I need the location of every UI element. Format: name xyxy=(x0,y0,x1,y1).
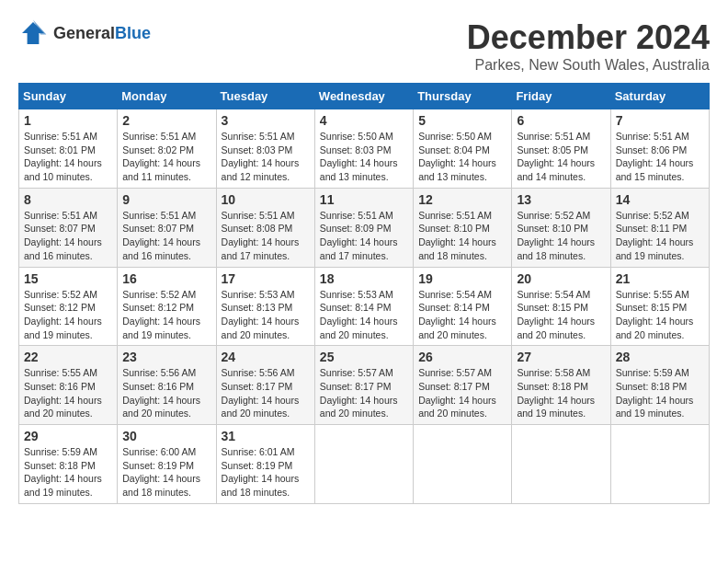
day-info: Sunrise: 5:50 AM Sunset: 8:04 PM Dayligh… xyxy=(418,130,506,184)
day-number: 5 xyxy=(418,113,506,128)
title-block: December 2024 Parkes, New South Wales, A… xyxy=(467,18,710,74)
calendar-body: 1 Sunrise: 5:51 AM Sunset: 8:01 PM Dayli… xyxy=(19,109,710,504)
calendar-cell: 15 Sunrise: 5:52 AM Sunset: 8:12 PM Dayl… xyxy=(19,267,118,346)
day-info: Sunrise: 5:51 AM Sunset: 8:07 PM Dayligh… xyxy=(24,209,112,263)
calendar-week-2: 8 Sunrise: 5:51 AM Sunset: 8:07 PM Dayli… xyxy=(19,188,710,267)
day-info: Sunrise: 5:52 AM Sunset: 8:10 PM Dayligh… xyxy=(517,209,605,263)
calendar-header-row: SundayMondayTuesdayWednesdayThursdayFrid… xyxy=(19,84,710,109)
day-info: Sunrise: 5:52 AM Sunset: 8:12 PM Dayligh… xyxy=(122,288,210,342)
day-info: Sunrise: 5:51 AM Sunset: 8:06 PM Dayligh… xyxy=(616,130,704,184)
calendar-cell: 30 Sunrise: 6:00 AM Sunset: 8:19 PM Dayl… xyxy=(118,425,216,504)
day-number: 19 xyxy=(418,271,506,286)
day-number: 10 xyxy=(222,192,310,207)
day-number: 14 xyxy=(616,192,704,207)
day-info: Sunrise: 5:57 AM Sunset: 8:17 PM Dayligh… xyxy=(320,366,408,420)
day-info: Sunrise: 5:56 AM Sunset: 8:17 PM Dayligh… xyxy=(222,366,310,420)
day-info: Sunrise: 5:51 AM Sunset: 8:07 PM Dayligh… xyxy=(122,209,210,263)
calendar-week-1: 1 Sunrise: 5:51 AM Sunset: 8:01 PM Dayli… xyxy=(19,109,710,189)
calendar-cell: 10 Sunrise: 5:51 AM Sunset: 8:08 PM Dayl… xyxy=(216,188,314,267)
day-number: 7 xyxy=(616,113,704,128)
calendar-cell: 2 Sunrise: 5:51 AM Sunset: 8:02 PM Dayli… xyxy=(118,109,216,189)
day-info: Sunrise: 5:54 AM Sunset: 8:15 PM Dayligh… xyxy=(517,288,605,342)
day-number: 23 xyxy=(122,350,210,364)
day-info: Sunrise: 5:51 AM Sunset: 8:10 PM Dayligh… xyxy=(418,209,506,263)
day-info: Sunrise: 5:54 AM Sunset: 8:14 PM Dayligh… xyxy=(418,288,506,342)
calendar-cell: 28 Sunrise: 5:59 AM Sunset: 8:18 PM Dayl… xyxy=(610,346,709,425)
calendar-header-monday: Monday xyxy=(118,84,216,109)
location-title: Parkes, New South Wales, Australia xyxy=(467,57,710,74)
day-number: 26 xyxy=(418,350,506,364)
day-info: Sunrise: 5:52 AM Sunset: 8:11 PM Dayligh… xyxy=(616,209,704,263)
calendar-cell: 27 Sunrise: 5:58 AM Sunset: 8:18 PM Dayl… xyxy=(512,346,610,425)
day-number: 13 xyxy=(517,192,605,207)
day-info: Sunrise: 5:58 AM Sunset: 8:18 PM Dayligh… xyxy=(517,366,605,420)
day-info: Sunrise: 5:51 AM Sunset: 8:02 PM Dayligh… xyxy=(122,130,210,184)
day-number: 31 xyxy=(222,429,310,443)
day-info: Sunrise: 5:53 AM Sunset: 8:13 PM Dayligh… xyxy=(222,288,310,342)
day-info: Sunrise: 5:51 AM Sunset: 8:05 PM Dayligh… xyxy=(517,130,605,184)
day-number: 28 xyxy=(616,350,704,364)
calendar-cell: 1 Sunrise: 5:51 AM Sunset: 8:01 PM Dayli… xyxy=(19,109,118,189)
calendar-header-sunday: Sunday xyxy=(19,84,118,109)
day-number: 4 xyxy=(320,113,408,128)
day-info: Sunrise: 6:00 AM Sunset: 8:19 PM Dayligh… xyxy=(122,445,210,500)
calendar-cell xyxy=(512,425,610,504)
day-number: 8 xyxy=(24,192,112,207)
calendar-cell: 12 Sunrise: 5:51 AM Sunset: 8:10 PM Dayl… xyxy=(414,188,512,267)
day-number: 21 xyxy=(616,271,704,286)
day-number: 29 xyxy=(24,429,112,443)
day-number: 15 xyxy=(24,271,112,286)
calendar-cell: 4 Sunrise: 5:50 AM Sunset: 8:03 PM Dayli… xyxy=(314,109,413,189)
calendar-header-friday: Friday xyxy=(512,84,610,109)
day-number: 17 xyxy=(222,271,310,286)
calendar-cell: 14 Sunrise: 5:52 AM Sunset: 8:11 PM Dayl… xyxy=(610,188,709,267)
calendar-cell: 6 Sunrise: 5:51 AM Sunset: 8:05 PM Dayli… xyxy=(512,109,610,189)
day-number: 11 xyxy=(320,192,408,207)
day-info: Sunrise: 5:57 AM Sunset: 8:17 PM Dayligh… xyxy=(418,366,506,420)
calendar-cell: 20 Sunrise: 5:54 AM Sunset: 8:15 PM Dayl… xyxy=(512,267,610,346)
day-info: Sunrise: 6:01 AM Sunset: 8:19 PM Dayligh… xyxy=(222,445,310,500)
calendar-cell: 26 Sunrise: 5:57 AM Sunset: 8:17 PM Dayl… xyxy=(414,346,512,425)
logo-icon xyxy=(18,18,48,48)
day-number: 20 xyxy=(517,271,605,286)
calendar-header-saturday: Saturday xyxy=(610,84,709,109)
logo-general: General xyxy=(53,24,115,42)
calendar-header-tuesday: Tuesday xyxy=(216,84,314,109)
day-info: Sunrise: 5:59 AM Sunset: 8:18 PM Dayligh… xyxy=(616,366,704,420)
day-number: 9 xyxy=(122,192,210,207)
calendar-cell: 18 Sunrise: 5:53 AM Sunset: 8:14 PM Dayl… xyxy=(314,267,413,346)
calendar-cell: 7 Sunrise: 5:51 AM Sunset: 8:06 PM Dayli… xyxy=(610,109,709,189)
day-info: Sunrise: 5:55 AM Sunset: 8:16 PM Dayligh… xyxy=(24,366,112,420)
calendar-cell: 22 Sunrise: 5:55 AM Sunset: 8:16 PM Dayl… xyxy=(19,346,118,425)
day-info: Sunrise: 5:51 AM Sunset: 8:09 PM Dayligh… xyxy=(320,209,408,263)
day-number: 3 xyxy=(222,113,310,128)
day-number: 1 xyxy=(24,113,112,128)
calendar-table: SundayMondayTuesdayWednesdayThursdayFrid… xyxy=(18,83,710,504)
calendar-cell: 13 Sunrise: 5:52 AM Sunset: 8:10 PM Dayl… xyxy=(512,188,610,267)
day-info: Sunrise: 5:51 AM Sunset: 8:03 PM Dayligh… xyxy=(222,130,310,184)
day-info: Sunrise: 5:59 AM Sunset: 8:18 PM Dayligh… xyxy=(24,445,112,500)
calendar-cell: 17 Sunrise: 5:53 AM Sunset: 8:13 PM Dayl… xyxy=(216,267,314,346)
calendar-header-thursday: Thursday xyxy=(414,84,512,109)
day-number: 22 xyxy=(24,350,112,364)
day-number: 12 xyxy=(418,192,506,207)
day-number: 24 xyxy=(222,350,310,364)
calendar-cell: 31 Sunrise: 6:01 AM Sunset: 8:19 PM Dayl… xyxy=(216,425,314,504)
day-info: Sunrise: 5:51 AM Sunset: 8:01 PM Dayligh… xyxy=(24,130,112,184)
month-title: December 2024 xyxy=(467,18,710,57)
page-header: GeneralBlue December 2024 Parkes, New So… xyxy=(18,18,710,74)
calendar-cell: 5 Sunrise: 5:50 AM Sunset: 8:04 PM Dayli… xyxy=(414,109,512,189)
day-number: 6 xyxy=(517,113,605,128)
day-number: 30 xyxy=(122,429,210,443)
logo-blue: Blue xyxy=(115,24,151,42)
day-number: 25 xyxy=(320,350,408,364)
calendar-cell: 9 Sunrise: 5:51 AM Sunset: 8:07 PM Dayli… xyxy=(118,188,216,267)
calendar-cell xyxy=(314,425,413,504)
calendar-cell: 23 Sunrise: 5:56 AM Sunset: 8:16 PM Dayl… xyxy=(118,346,216,425)
calendar-cell: 11 Sunrise: 5:51 AM Sunset: 8:09 PM Dayl… xyxy=(314,188,413,267)
day-info: Sunrise: 5:55 AM Sunset: 8:15 PM Dayligh… xyxy=(616,288,704,342)
day-info: Sunrise: 5:56 AM Sunset: 8:16 PM Dayligh… xyxy=(122,366,210,420)
day-info: Sunrise: 5:50 AM Sunset: 8:03 PM Dayligh… xyxy=(320,130,408,184)
calendar-cell: 3 Sunrise: 5:51 AM Sunset: 8:03 PM Dayli… xyxy=(216,109,314,189)
day-number: 2 xyxy=(122,113,210,128)
